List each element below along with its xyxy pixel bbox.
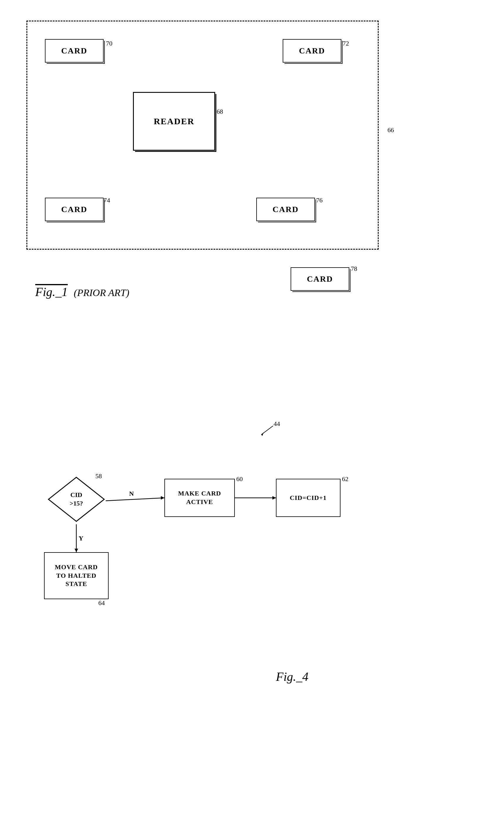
make-card-active-box: MAKE CARDACTIVE	[164, 479, 235, 517]
ref-44: 44	[274, 420, 280, 428]
fig1-label: Fig._1 (PRIOR ART)	[35, 285, 129, 299]
make-card-active-label: MAKE CARDACTIVE	[178, 489, 221, 506]
svg-text:N: N	[129, 490, 134, 497]
fig4-label: Fig._4	[276, 670, 309, 684]
card-78: CARD	[291, 267, 349, 291]
card-70-label: CARD	[61, 46, 87, 55]
flowchart: N Y CID >15? 58 MAKE CARDACTIVE	[35, 447, 446, 711]
ref-72: 72	[343, 40, 349, 47]
cid-increment-box: CID=CID+1	[276, 479, 341, 517]
decision-label2: >15?	[70, 499, 83, 508]
svg-marker-3	[161, 496, 164, 500]
card-72: CARD	[283, 39, 341, 63]
ref-68: 68	[217, 108, 223, 115]
ref-66: 66	[387, 126, 394, 134]
decision-label: CID	[70, 491, 83, 499]
ref-76: 76	[316, 196, 323, 204]
halted-label: MOVE CARDTO HALTEDSTATE	[55, 563, 98, 588]
diamond-text: CID >15?	[70, 491, 83, 508]
ref-62: 62	[342, 475, 348, 483]
ref-64: 64	[98, 599, 105, 607]
ref-60: 60	[236, 475, 243, 483]
ref-70: 70	[106, 40, 112, 47]
card-78-container: CARD 78	[291, 267, 349, 291]
card-74: CARD	[45, 198, 104, 221]
cid-label: CID=CID+1	[290, 494, 327, 502]
ref-74: 74	[104, 196, 110, 204]
card-78-label: CARD	[307, 274, 333, 284]
svg-marker-8	[75, 549, 78, 552]
ref-44-area: 44	[258, 423, 276, 438]
svg-line-2	[106, 498, 164, 501]
reader-label: READER	[154, 116, 195, 126]
ref-58: 58	[95, 472, 102, 480]
halted-state-box: MOVE CARDTO HALTEDSTATE	[44, 552, 109, 599]
card-70: CARD	[45, 39, 104, 63]
fig1-prior-art: (PRIOR ART)	[74, 287, 129, 298]
svg-marker-6	[272, 496, 276, 500]
card-74-label: CARD	[61, 205, 87, 214]
dashed-boundary-box: CARD 70 CARD 72 READER 68 CARD 74 CARD 7…	[26, 21, 379, 250]
decision-diamond: CID >15?	[47, 476, 106, 523]
svg-text:Y: Y	[79, 535, 83, 542]
reader-box: READER	[133, 92, 215, 151]
fig1-title: Fig._1	[35, 285, 68, 299]
fig4-title: Fig._4	[276, 670, 309, 684]
card-72-label: CARD	[299, 46, 325, 55]
card-76: CARD	[256, 198, 315, 221]
card-76-label: CARD	[273, 205, 299, 214]
ref-44-arrow	[258, 423, 276, 438]
ref-78: 78	[351, 265, 357, 272]
